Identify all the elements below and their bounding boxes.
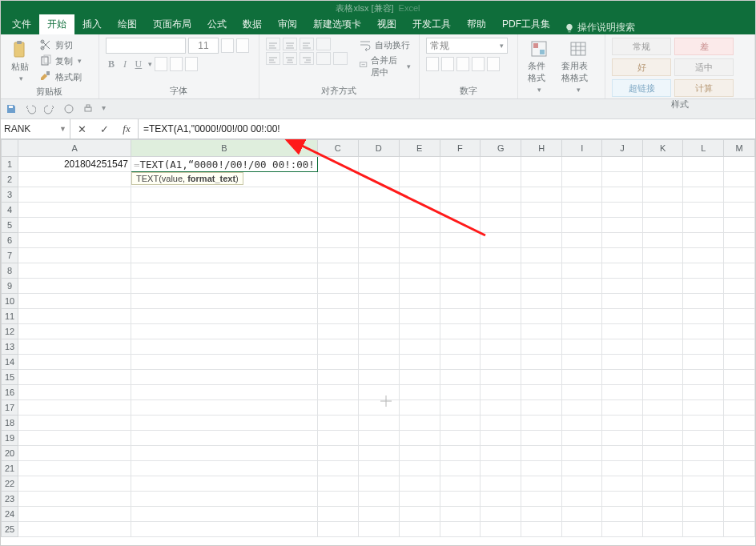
cell-K4[interactable] xyxy=(642,203,683,218)
save-button[interactable] xyxy=(6,103,17,114)
cut-button[interactable]: 剪切 xyxy=(38,38,83,52)
cell-F6[interactable] xyxy=(440,233,481,248)
cell-M19[interactable] xyxy=(724,431,755,446)
cell-G14[interactable] xyxy=(481,355,521,370)
row-header-1[interactable]: 1 xyxy=(2,157,18,172)
cell-J12[interactable] xyxy=(602,324,642,339)
italic-button[interactable]: I xyxy=(119,58,131,70)
cell-C16[interactable] xyxy=(317,385,358,400)
cell-D12[interactable] xyxy=(358,324,399,339)
font-color-button[interactable] xyxy=(185,57,198,71)
cell-L5[interactable] xyxy=(683,218,724,233)
cell-K20[interactable] xyxy=(642,446,683,461)
cell-M16[interactable] xyxy=(724,385,755,400)
cell-E13[interactable] xyxy=(399,339,440,355)
cell-C20[interactable] xyxy=(317,446,358,461)
cell-F3[interactable] xyxy=(440,187,481,203)
cell-B21[interactable] xyxy=(131,461,318,476)
cell-M3[interactable] xyxy=(724,187,755,203)
cell-G6[interactable] xyxy=(481,233,521,248)
cell-B17[interactable] xyxy=(131,400,318,416)
column-header-K[interactable]: K xyxy=(642,140,683,157)
cell-L24[interactable] xyxy=(683,507,724,522)
row-header-14[interactable]: 14 xyxy=(2,355,18,370)
cell-K18[interactable] xyxy=(642,416,683,431)
cell-K25[interactable] xyxy=(642,522,683,537)
cell-F25[interactable] xyxy=(440,522,481,537)
cell-G18[interactable] xyxy=(481,416,521,431)
row-header-11[interactable]: 11 xyxy=(2,309,18,324)
cell-C17[interactable] xyxy=(317,400,358,416)
cell-A14[interactable] xyxy=(18,355,131,370)
cell-G13[interactable] xyxy=(481,339,521,355)
cell-E5[interactable] xyxy=(399,218,440,233)
cell-K23[interactable] xyxy=(642,492,683,507)
cell-E3[interactable] xyxy=(399,187,440,203)
cell-I20[interactable] xyxy=(562,446,602,461)
cell-H21[interactable] xyxy=(521,461,562,476)
cell-L6[interactable] xyxy=(683,233,724,248)
cell-B7[interactable] xyxy=(131,248,318,263)
cell-D1[interactable] xyxy=(358,157,399,172)
cell-G4[interactable] xyxy=(481,203,521,218)
cell-B5[interactable] xyxy=(131,218,318,233)
column-header-I[interactable]: I xyxy=(562,140,602,157)
cell-B25[interactable] xyxy=(131,522,318,537)
cell-E24[interactable] xyxy=(399,507,440,522)
cell-J20[interactable] xyxy=(602,446,642,461)
cell-J15[interactable] xyxy=(602,370,642,385)
cell-D20[interactable] xyxy=(358,446,399,461)
cell-C3[interactable] xyxy=(317,187,358,203)
cell-C2[interactable] xyxy=(317,172,358,187)
row-header-16[interactable]: 16 xyxy=(2,385,18,400)
cell-J9[interactable] xyxy=(602,279,642,294)
orientation-button[interactable] xyxy=(316,38,331,50)
cell-F24[interactable] xyxy=(440,507,481,522)
format-as-table-button[interactable]: 套用表格格式▾ xyxy=(558,38,598,95)
cell-D8[interactable] xyxy=(358,263,399,279)
cell-C24[interactable] xyxy=(317,507,358,522)
cell-A24[interactable] xyxy=(18,507,131,522)
cell-F9[interactable] xyxy=(440,279,481,294)
cell-L19[interactable] xyxy=(683,431,724,446)
cell-J1[interactable] xyxy=(602,157,642,172)
border-button[interactable] xyxy=(155,57,167,71)
cell-F13[interactable] xyxy=(440,339,481,355)
cell-I15[interactable] xyxy=(562,370,602,385)
cell-L9[interactable] xyxy=(683,279,724,294)
cell-A17[interactable] xyxy=(18,400,131,416)
cell-L15[interactable] xyxy=(683,370,724,385)
cell-C12[interactable] xyxy=(317,324,358,339)
cell-C11[interactable] xyxy=(317,309,358,324)
cell-M6[interactable] xyxy=(724,233,755,248)
cell-L10[interactable] xyxy=(683,294,724,309)
cell-C7[interactable] xyxy=(317,248,358,263)
cell-I17[interactable] xyxy=(562,400,602,416)
cell-M25[interactable] xyxy=(724,522,755,537)
cell-E6[interactable] xyxy=(399,233,440,248)
cell-L12[interactable] xyxy=(683,324,724,339)
cell-E14[interactable] xyxy=(399,355,440,370)
tab-formulas[interactable]: 公式 xyxy=(199,14,235,34)
cell-D11[interactable] xyxy=(358,309,399,324)
align-top-button[interactable] xyxy=(266,38,280,50)
cell-F15[interactable] xyxy=(440,370,481,385)
cell-M24[interactable] xyxy=(724,507,755,522)
row-header-15[interactable]: 15 xyxy=(2,370,18,385)
cell-L17[interactable] xyxy=(683,400,724,416)
cell-K8[interactable] xyxy=(642,263,683,279)
cell-B11[interactable] xyxy=(131,309,318,324)
cell-J23[interactable] xyxy=(602,492,642,507)
cell-G7[interactable] xyxy=(481,248,521,263)
cell-A8[interactable] xyxy=(18,263,131,279)
cell-H6[interactable] xyxy=(521,233,562,248)
cell-B8[interactable] xyxy=(131,263,318,279)
qat-more-button[interactable]: ▾ xyxy=(102,103,113,114)
cell-G22[interactable] xyxy=(481,476,521,492)
worksheet-grid[interactable]: ABCDEFGHIJKLM1201804251547=TEXT(A1,“0000… xyxy=(1,139,755,546)
row-header-8[interactable]: 8 xyxy=(2,263,18,279)
cell-L7[interactable] xyxy=(683,248,724,263)
cell-M11[interactable] xyxy=(724,309,755,324)
cell-G17[interactable] xyxy=(481,400,521,416)
cell-D5[interactable] xyxy=(358,218,399,233)
